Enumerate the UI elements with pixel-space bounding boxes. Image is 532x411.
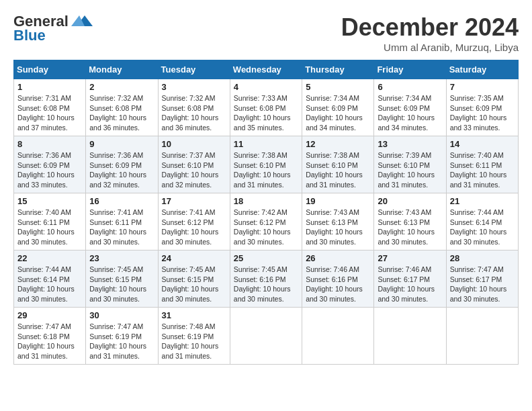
day-info: Sunrise: 7:37 AMSunset: 6:10 PMDaylight:…	[162, 150, 226, 190]
day-number: 6	[378, 82, 442, 92]
calendar-day-cell: 24Sunrise: 7:45 AMSunset: 6:15 PMDayligh…	[158, 250, 230, 308]
day-number: 15	[17, 196, 82, 206]
day-number: 23	[89, 253, 154, 263]
day-info: Sunrise: 7:32 AMSunset: 6:08 PMDaylight:…	[89, 93, 154, 133]
calendar-day-cell: 12Sunrise: 7:38 AMSunset: 6:10 PMDayligh…	[302, 136, 374, 193]
calendar-day-cell: 23Sunrise: 7:45 AMSunset: 6:15 PMDayligh…	[86, 250, 158, 308]
col-thursday: Thursday	[302, 60, 374, 79]
day-number: 17	[162, 196, 226, 206]
calendar-day-cell: 28Sunrise: 7:47 AMSunset: 6:17 PMDayligh…	[446, 250, 518, 308]
day-number: 2	[89, 82, 154, 92]
day-number: 30	[89, 310, 154, 320]
calendar-day-cell: 27Sunrise: 7:46 AMSunset: 6:17 PMDayligh…	[374, 250, 446, 308]
col-sunday: Sunday	[14, 60, 86, 79]
day-info: Sunrise: 7:33 AMSunset: 6:08 PMDaylight:…	[234, 93, 298, 133]
calendar-day-cell	[446, 308, 518, 365]
day-number: 16	[89, 196, 154, 206]
calendar-day-cell: 11Sunrise: 7:38 AMSunset: 6:10 PMDayligh…	[230, 136, 302, 193]
day-number: 14	[450, 139, 515, 149]
col-monday: Monday	[86, 60, 158, 79]
calendar-day-cell: 16Sunrise: 7:41 AMSunset: 6:11 PMDayligh…	[86, 193, 158, 250]
day-info: Sunrise: 7:45 AMSunset: 6:15 PMDaylight:…	[162, 265, 226, 304]
day-number: 12	[306, 139, 370, 149]
calendar-day-cell: 10Sunrise: 7:37 AMSunset: 6:10 PMDayligh…	[158, 136, 230, 193]
day-number: 8	[17, 139, 82, 149]
calendar-day-cell: 6Sunrise: 7:34 AMSunset: 6:09 PMDaylight…	[374, 79, 446, 136]
calendar-table: Sunday Monday Tuesday Wednesday Thursday…	[13, 60, 519, 365]
day-number: 9	[89, 139, 154, 149]
day-info: Sunrise: 7:31 AMSunset: 6:08 PMDaylight:…	[17, 93, 82, 133]
calendar-week-row: 15Sunrise: 7:40 AMSunset: 6:11 PMDayligh…	[14, 193, 519, 250]
day-info: Sunrise: 7:39 AMSunset: 6:10 PMDaylight:…	[378, 150, 442, 190]
day-number: 27	[378, 253, 442, 263]
day-info: Sunrise: 7:35 AMSunset: 6:09 PMDaylight:…	[450, 93, 515, 133]
col-friday: Friday	[374, 60, 446, 79]
day-info: Sunrise: 7:36 AMSunset: 6:09 PMDaylight:…	[17, 150, 82, 190]
day-number: 24	[162, 253, 226, 263]
month-title: December 2024	[341, 13, 519, 42]
day-info: Sunrise: 7:44 AMSunset: 6:14 PMDaylight:…	[17, 265, 82, 304]
calendar-week-row: 8Sunrise: 7:36 AMSunset: 6:09 PMDaylight…	[14, 136, 519, 193]
col-tuesday: Tuesday	[158, 60, 230, 79]
day-info: Sunrise: 7:48 AMSunset: 6:19 PMDaylight:…	[162, 322, 226, 361]
day-info: Sunrise: 7:41 AMSunset: 6:11 PMDaylight:…	[89, 208, 154, 247]
logo-blue: Blue	[13, 27, 46, 44]
calendar-week-row: 22Sunrise: 7:44 AMSunset: 6:14 PMDayligh…	[14, 250, 519, 308]
calendar-day-cell: 19Sunrise: 7:43 AMSunset: 6:13 PMDayligh…	[302, 193, 374, 250]
calendar-day-cell: 5Sunrise: 7:34 AMSunset: 6:09 PMDaylight…	[302, 79, 374, 136]
calendar-day-cell	[302, 308, 374, 365]
day-info: Sunrise: 7:36 AMSunset: 6:09 PMDaylight:…	[89, 150, 154, 190]
logo-icon	[71, 14, 93, 29]
calendar-day-cell	[374, 308, 446, 365]
calendar-day-cell: 7Sunrise: 7:35 AMSunset: 6:09 PMDaylight…	[446, 79, 518, 136]
day-info: Sunrise: 7:44 AMSunset: 6:14 PMDaylight:…	[450, 208, 515, 247]
day-info: Sunrise: 7:45 AMSunset: 6:15 PMDaylight:…	[89, 265, 154, 304]
day-info: Sunrise: 7:47 AMSunset: 6:17 PMDaylight:…	[450, 265, 515, 304]
day-number: 31	[162, 310, 226, 320]
calendar-day-cell: 20Sunrise: 7:43 AMSunset: 6:13 PMDayligh…	[374, 193, 446, 250]
calendar-day-cell: 22Sunrise: 7:44 AMSunset: 6:14 PMDayligh…	[14, 250, 86, 308]
day-number: 28	[450, 253, 515, 263]
day-number: 1	[17, 82, 82, 92]
calendar-day-cell	[230, 308, 302, 365]
day-number: 11	[234, 139, 298, 149]
day-info: Sunrise: 7:45 AMSunset: 6:16 PMDaylight:…	[234, 265, 298, 304]
calendar-day-cell: 1Sunrise: 7:31 AMSunset: 6:08 PMDaylight…	[14, 79, 86, 136]
day-number: 22	[17, 253, 82, 263]
day-number: 21	[450, 196, 515, 206]
logo: General Blue	[13, 13, 93, 44]
calendar-day-cell: 9Sunrise: 7:36 AMSunset: 6:09 PMDaylight…	[86, 136, 158, 193]
day-info: Sunrise: 7:47 AMSunset: 6:18 PMDaylight:…	[17, 322, 82, 361]
day-info: Sunrise: 7:47 AMSunset: 6:19 PMDaylight:…	[89, 322, 154, 361]
day-number: 26	[306, 253, 370, 263]
calendar-day-cell: 14Sunrise: 7:40 AMSunset: 6:11 PMDayligh…	[446, 136, 518, 193]
day-number: 18	[234, 196, 298, 206]
calendar-day-cell: 29Sunrise: 7:47 AMSunset: 6:18 PMDayligh…	[14, 308, 86, 365]
day-info: Sunrise: 7:34 AMSunset: 6:09 PMDaylight:…	[378, 93, 442, 133]
day-number: 20	[378, 196, 442, 206]
day-number: 13	[378, 139, 442, 149]
calendar-day-cell: 4Sunrise: 7:33 AMSunset: 6:08 PMDaylight…	[230, 79, 302, 136]
day-number: 3	[162, 82, 226, 92]
calendar-day-cell: 2Sunrise: 7:32 AMSunset: 6:08 PMDaylight…	[86, 79, 158, 136]
day-number: 5	[306, 82, 370, 92]
day-number: 4	[234, 82, 298, 92]
calendar-day-cell: 17Sunrise: 7:41 AMSunset: 6:12 PMDayligh…	[158, 193, 230, 250]
day-info: Sunrise: 7:40 AMSunset: 6:11 PMDaylight:…	[450, 150, 515, 190]
calendar-day-cell: 3Sunrise: 7:32 AMSunset: 6:08 PMDaylight…	[158, 79, 230, 136]
day-info: Sunrise: 7:34 AMSunset: 6:09 PMDaylight:…	[306, 93, 370, 133]
page-header: General Blue December 2024 Umm al Aranib…	[13, 13, 519, 53]
day-info: Sunrise: 7:38 AMSunset: 6:10 PMDaylight:…	[306, 150, 370, 190]
calendar-day-cell: 18Sunrise: 7:42 AMSunset: 6:12 PMDayligh…	[230, 193, 302, 250]
day-info: Sunrise: 7:38 AMSunset: 6:10 PMDaylight:…	[234, 150, 298, 190]
day-info: Sunrise: 7:43 AMSunset: 6:13 PMDaylight:…	[378, 208, 442, 247]
day-number: 19	[306, 196, 370, 206]
col-wednesday: Wednesday	[230, 60, 302, 79]
calendar-day-cell: 25Sunrise: 7:45 AMSunset: 6:16 PMDayligh…	[230, 250, 302, 308]
day-info: Sunrise: 7:46 AMSunset: 6:17 PMDaylight:…	[378, 265, 442, 304]
day-info: Sunrise: 7:40 AMSunset: 6:11 PMDaylight:…	[17, 208, 82, 247]
calendar-week-row: 1Sunrise: 7:31 AMSunset: 6:08 PMDaylight…	[14, 79, 519, 136]
calendar-day-cell: 13Sunrise: 7:39 AMSunset: 6:10 PMDayligh…	[374, 136, 446, 193]
calendar-day-cell: 30Sunrise: 7:47 AMSunset: 6:19 PMDayligh…	[86, 308, 158, 365]
day-number: 10	[162, 139, 226, 149]
